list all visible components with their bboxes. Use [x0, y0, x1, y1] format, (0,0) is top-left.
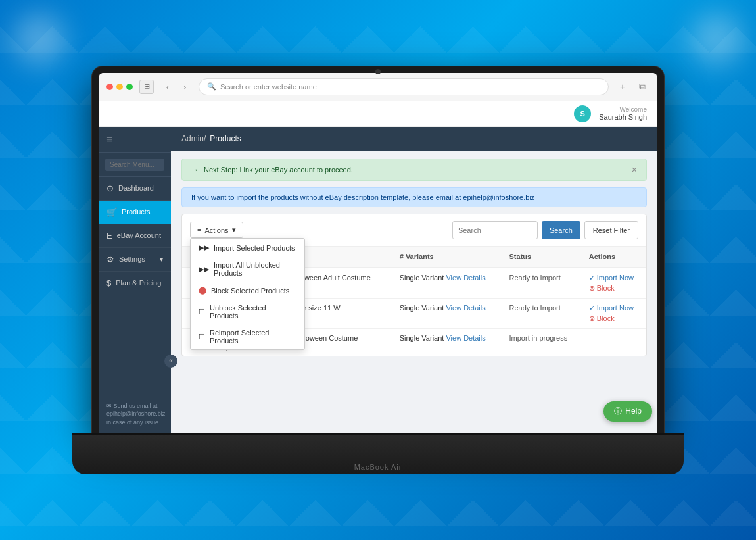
- search-button[interactable]: Search: [542, 221, 580, 239]
- address-text: Search or enter website name: [220, 83, 317, 91]
- view-details-link[interactable]: View Details: [446, 274, 485, 282]
- block-icon: ⊗: [589, 284, 595, 293]
- dropdown-item-import-selected[interactable]: ▶▶ Import Selected Products: [191, 239, 304, 257]
- variants-text: Single Variant: [400, 274, 444, 282]
- sidebar-search-area: [99, 153, 171, 177]
- sidebar: ≡ ⊙ Dashboard 🛒 Products: [99, 127, 171, 433]
- sidebar-item-ebay-account[interactable]: E eBay Account: [99, 224, 171, 248]
- col-variants: # Variants: [392, 247, 502, 268]
- sidebar-search-input[interactable]: [105, 159, 164, 171]
- help-label: Help: [625, 406, 642, 416]
- new-tab-button[interactable]: +: [615, 80, 630, 94]
- tab-view-icon[interactable]: ⊞: [139, 80, 154, 94]
- view-details-link[interactable]: View Details: [446, 304, 485, 312]
- import-info-notification: If you want to import the products witho…: [181, 187, 647, 207]
- status-badge: Ready to Import: [509, 304, 561, 312]
- notification-text: → Next Step: Link your eBay account to p…: [191, 166, 353, 174]
- sidebar-support-text: ✉ Send us email at epihelp@infoshore.biz…: [99, 395, 171, 433]
- col-status: Status: [502, 247, 581, 268]
- support-label: ✉: [106, 403, 114, 409]
- sidebar-collapse-button[interactable]: «: [164, 355, 177, 368]
- status-badge: Ready to Import: [509, 274, 561, 282]
- block-link[interactable]: ⊗ Block: [589, 314, 638, 323]
- forward-button[interactable]: ›: [177, 80, 192, 94]
- notification-close-button[interactable]: ×: [632, 164, 637, 175]
- maximize-dot[interactable]: [126, 84, 133, 90]
- settings-expand-icon: ▾: [160, 256, 163, 263]
- actions-label: Actions: [204, 226, 228, 234]
- action-links: ✓ Import Now ⊗ Block: [589, 304, 638, 323]
- help-button[interactable]: ⓘ Help: [603, 401, 652, 422]
- reimport-icon: ☐: [199, 333, 205, 341]
- sidebar-item-label: Dashboard: [118, 184, 154, 192]
- dropdown-item-label: Import Selected Products: [214, 244, 295, 252]
- dropdown-item-label: Reimport Selected Products: [210, 329, 296, 345]
- status-badge: Import in progress: [509, 334, 568, 342]
- breadcrumb-admin[interactable]: Admin/: [181, 134, 206, 143]
- action-links: ✓ Import Now ⊗ Block: [589, 274, 638, 293]
- import-selected-icon: ▶▶: [199, 243, 209, 252]
- import-icon: ✓: [589, 274, 595, 282]
- block-icon: ⬤: [199, 286, 206, 295]
- sidebar-item-label: Products: [122, 208, 150, 216]
- search-icon: 🔍: [207, 82, 216, 91]
- sidebar-item-label: Settings: [119, 255, 145, 263]
- avatar: S: [574, 105, 591, 122]
- duplicate-tab-button[interactable]: ⧉: [635, 80, 650, 94]
- sidebar-item-dashboard[interactable]: ⊙ Dashboard: [99, 177, 171, 201]
- ebay-icon: E: [106, 231, 112, 241]
- view-details-link[interactable]: View Details: [446, 334, 485, 342]
- settings-icon: ⚙: [106, 255, 114, 264]
- welcome-label: Welcome: [599, 106, 647, 113]
- block-link[interactable]: ⊗ Block: [589, 284, 638, 293]
- sidebar-item-settings[interactable]: ⚙ Settings ▾: [99, 248, 171, 272]
- actions-button[interactable]: ≡ Actions ▾: [190, 222, 243, 238]
- sidebar-item-label: Plan & Pricing: [116, 279, 161, 287]
- sidebar-item-products[interactable]: 🛒 Products: [99, 201, 171, 224]
- browser-nav: ‹ ›: [160, 80, 192, 94]
- dropdown-item-reimport-selected[interactable]: ☐ Reimport Selected Products: [191, 324, 304, 349]
- address-bar[interactable]: 🔍 Search or enter website name: [199, 78, 609, 95]
- import-icon: ✓: [589, 304, 595, 312]
- help-icon: ⓘ: [614, 406, 622, 417]
- search-input[interactable]: [452, 221, 538, 239]
- import-all-icon: ▶▶: [199, 265, 209, 274]
- main-content: Admin/ Products → Next Step: Link your e…: [171, 127, 657, 433]
- pricing-icon: $: [106, 278, 111, 288]
- minimize-dot[interactable]: [116, 84, 123, 90]
- actions-caret: ▾: [232, 226, 236, 234]
- laptop-brand-label: MacBook Air: [354, 463, 402, 471]
- dashboard-icon: ⊙: [106, 184, 114, 193]
- actions-dropdown-wrapper: ≡ Actions ▾ ▶▶ Import: [190, 222, 243, 238]
- products-icon: 🛒: [106, 207, 117, 217]
- import-info-text: If you want to import the products witho…: [191, 193, 534, 201]
- browser-actions: + ⧉: [615, 80, 650, 94]
- products-table-section: ≡ Actions ▾ ▶▶ Import: [181, 214, 647, 356]
- breadcrumb-current: Products: [210, 134, 241, 143]
- variants-text: Single Variant: [400, 304, 444, 312]
- actions-dropdown-menu: ▶▶ Import Selected Products ▶▶ Import Al…: [190, 238, 305, 350]
- app-body: ≡ ⊙ Dashboard 🛒 Products: [99, 127, 657, 433]
- reset-filter-button[interactable]: Reset Filter: [584, 221, 638, 239]
- sidebar-item-label: eBay Account: [117, 232, 161, 239]
- dropdown-item-block-selected[interactable]: ⬤ Block Selected Products: [191, 282, 304, 299]
- close-dot[interactable]: [106, 84, 113, 90]
- import-now-link[interactable]: ✓ Import Now: [589, 274, 638, 282]
- back-button[interactable]: ‹: [160, 80, 175, 94]
- content-area: → Next Step: Link your eBay account to p…: [171, 151, 657, 433]
- ebay-link-notification: → Next Step: Link your eBay account to p…: [181, 159, 647, 181]
- search-group: Search Reset Filter: [452, 221, 638, 239]
- browser-dots: [106, 84, 133, 90]
- dropdown-item-import-all[interactable]: ▶▶ Import All Unblocked Products: [191, 257, 304, 282]
- dropdown-item-label: Import All Unblocked Products: [214, 261, 296, 277]
- app-header: S Welcome Saurabh Singh: [99, 101, 657, 127]
- dropdown-item-label: Block Selected Products: [211, 287, 289, 295]
- user-info: Welcome Saurabh Singh: [599, 106, 647, 121]
- col-actions: Actions: [581, 247, 646, 268]
- sidebar-menu-toggle[interactable]: ≡: [99, 127, 171, 153]
- sidebar-item-plan-pricing[interactable]: $ Plan & Pricing: [99, 272, 171, 295]
- import-now-link[interactable]: ✓ Import Now: [589, 304, 638, 312]
- block-icon: ⊗: [589, 314, 595, 323]
- dropdown-item-unblock-selected[interactable]: ☐ Unblock Selected Products: [191, 299, 304, 324]
- app-container: S Welcome Saurabh Singh ≡: [99, 101, 657, 433]
